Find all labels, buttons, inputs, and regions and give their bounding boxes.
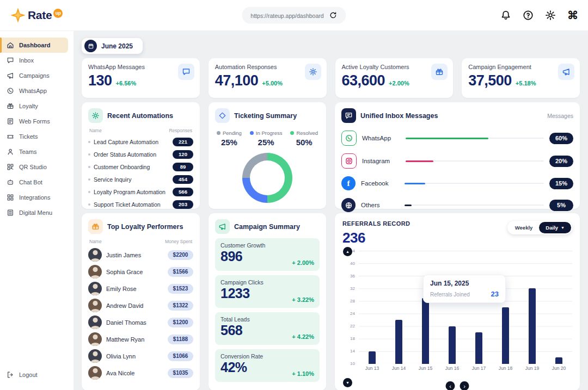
dashboard-content: June 2025 WhatsApp Messages 130 +6.56% A… [74,31,588,390]
inbox-row-facebook: f Facebook 15% [341,176,573,190]
sidebar-item-web-forms[interactable]: Web Forms [0,114,74,129]
stat-change: +6.56% [116,80,137,86]
bullet-icon [88,178,90,181]
whatsapp-icon [341,131,357,146]
address-bar[interactable]: https://rateup.app/dashboard [242,7,346,24]
campaign-stat-label: Campaign Clicks [220,279,314,286]
stat-change: +5.00% [262,80,283,86]
grid-icon [7,194,14,201]
platform-label: Facebook [361,180,399,187]
automation-row: Service Inquiry 454 [88,173,193,185]
automation-row: Order Status Automation 120 [88,148,193,160]
sidebar-item-teams[interactable]: Teams [0,144,74,159]
help-icon[interactable] [523,10,534,21]
sidebar-item-chat-bot[interactable]: Chat Bot [0,175,74,190]
performer-name: Sophia Grace [106,269,163,275]
sidebar-item-inbox[interactable]: Inbox [0,53,74,68]
calendar-icon [84,40,97,52]
bullet-icon [88,141,90,143]
automation-row: Lead Capture Automation 221 [88,135,193,148]
tooltip-date: Jun 15, 2025 [430,280,499,287]
performer-row: Emily Rose $1523 [88,280,193,297]
sidebar-item-whatsapp[interactable]: WhatsApp [0,83,74,98]
platform-label: Others [361,202,399,208]
prev-page-button[interactable]: ‹ [446,381,455,390]
responses-badge: 566 [173,188,193,196]
date-filter-chip[interactable]: June 2025 [82,38,143,54]
sidebar-item-label: Loyalty [19,103,38,109]
percent-badge: 60% [549,133,573,144]
settings-gear-icon[interactable] [545,10,556,21]
refresh-icon[interactable] [329,11,338,20]
campaign-stat-customer-growth: Customer Growth 896 + 2.00% [215,238,320,271]
app-logo[interactable]: Rate up [10,7,63,23]
whatsapp-icon [7,87,14,95]
sidebar-item-campaigns[interactable]: Campaigns [0,68,74,83]
campaign-stat-change: + 1.10% [292,370,314,377]
weekly-toggle-button[interactable]: Weekly [509,222,540,233]
bar-jun-16[interactable] [449,326,456,364]
inbox-grid-icon [341,108,356,123]
unified-inbox-card: Unified Inbox Messages Messages WhatsApp… [335,102,580,209]
bar-jun-17[interactable] [475,332,482,364]
bar-jun-13[interactable] [369,351,376,364]
automation-row: Support Ticket Automation 203 [88,198,193,211]
legend-dot [290,131,294,135]
bar-jun-14[interactable] [395,320,402,364]
logout-button[interactable]: Logout [0,367,74,382]
legend-dot [217,131,220,135]
campaign-stat-change: + 4.22% [292,333,314,340]
daily-toggle-label: Daily [546,225,558,231]
performer-name: Justin James [106,252,163,258]
card-title: Unified Inbox Messages [360,112,438,120]
bars [359,251,572,364]
sidebar-item-qr-studio[interactable]: QR Studio [0,159,74,175]
megaphone-icon [558,64,574,80]
sidebar-item-integrations[interactable]: Integrations [0,190,74,205]
ticket-icon [7,133,14,140]
sidebar-item-dashboard[interactable]: Dashboard [0,38,68,53]
stat-change: +2.00% [389,80,409,86]
campaign-stat-change: + 3.22% [292,296,314,303]
responses-badge: 221 [173,138,193,146]
campaign-stat-change: + 2.00% [292,259,314,266]
bot-icon [7,178,14,186]
scroll-down-button[interactable]: ▼ [343,378,352,387]
legend-item-pending: Pending 25% [217,130,242,147]
percent-badge: 5% [549,200,573,211]
megaphone-icon [215,219,230,234]
scroll-up-button[interactable]: ▲ [343,247,352,256]
sidebar: Dashboard Inbox Campaigns WhatsApp Loyal… [0,31,74,390]
avatar [88,265,102,278]
bar-jun-18[interactable] [502,307,509,364]
shortcuts-command-icon[interactable]: ⌘ [567,10,578,21]
next-page-button[interactable]: › [460,381,469,390]
campaign-stat-label: Customer Growth [220,242,314,249]
daily-toggle-button[interactable]: Daily ▼ [539,222,571,233]
recent-automations-card: Recent Automations Name Responses Lead C… [82,102,200,209]
sidebar-item-digital-menu[interactable]: Digital Menu [0,205,74,220]
sidebar-item-tickets[interactable]: Tickets [0,129,74,144]
money-badge: $1066 [168,351,193,361]
legend-pct: 50% [290,138,318,147]
performer-name: Emily Rose [106,286,163,292]
stat-card-loyalty-customers: Active Loyalty Customers 63,600 +2.00% [335,58,454,98]
plot-area: Jun 15, 2025 Referrals Joined 23 [359,251,572,364]
legend-label: Resolved [296,130,318,136]
stat-label: Automation Responses [215,64,320,70]
performer-row: Olivia Lynn $1066 [88,348,193,364]
form-icon [7,117,14,125]
bar-jun-15[interactable] [422,298,429,364]
bar-jun-20[interactable] [555,357,562,364]
money-badge: $1188 [168,335,193,344]
sidebar-item-label: Chat Bot [19,179,42,185]
notifications-bell-icon[interactable] [500,10,511,21]
bullet-icon [88,153,90,156]
platform-label: WhatsApp [362,135,400,141]
bar-jun-19[interactable] [529,288,536,364]
percent-badge: 15% [549,178,573,189]
sidebar-item-loyalty[interactable]: Loyalty [0,98,74,114]
progress-track [405,183,544,184]
url-text: https://rateup.app/dashboard [250,12,323,18]
column-header-money-spent: Money Spent [165,239,192,244]
